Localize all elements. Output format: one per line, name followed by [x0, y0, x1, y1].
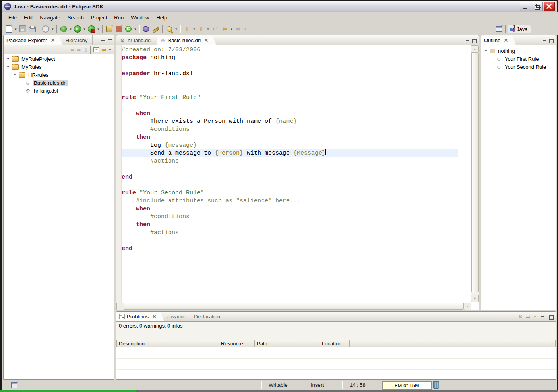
editor-tab-hr-lang-dsl[interactable]: ⚙hr-lang.dsl: [116, 35, 157, 45]
expand-icon[interactable]: +: [6, 57, 10, 61]
collapse-icon[interactable]: −: [13, 73, 17, 77]
new-drools-package-button[interactable]: ✦: [114, 24, 124, 34]
code-line[interactable]: end: [122, 173, 465, 181]
new-guvnor-resource-button[interactable]: G: [124, 24, 133, 34]
print-button[interactable]: [27, 24, 37, 34]
new-wizard-dropdown[interactable]: ▾: [14, 24, 18, 34]
collapse-icon[interactable]: −: [6, 65, 10, 69]
code-line[interactable]: #include attributes such as "salience" h…: [122, 197, 465, 205]
collapse-all-button[interactable]: −: [93, 47, 99, 52]
vscroll-thumb[interactable]: [471, 53, 479, 292]
close-button[interactable]: [544, 2, 555, 11]
column-header-resource[interactable]: Resource: [219, 340, 255, 347]
code-line[interactable]: when: [122, 110, 465, 118]
close-tab-icon[interactable]: [51, 38, 55, 42]
code-line[interactable]: expander hr-lang.dsl: [122, 70, 465, 78]
tree-item-myrules[interactable]: −MyRules: [4, 63, 114, 71]
code-line[interactable]: [122, 102, 465, 110]
code-line[interactable]: Send a message to {Person} with message …: [122, 149, 458, 157]
tree-item-hr-lang-dsl[interactable]: ⚙hr-lang.dsl: [4, 87, 114, 95]
column-header-location[interactable]: Location: [320, 340, 350, 347]
problems-table-body[interactable]: [116, 347, 556, 379]
pe-up-button[interactable]: ⇧: [83, 47, 88, 52]
menu-help[interactable]: Help: [153, 14, 170, 22]
go-up-button[interactable]: ⇧: [196, 24, 206, 34]
run-dropdown[interactable]: ▾: [82, 24, 87, 34]
pe-forward-button[interactable]: ⇨: [77, 47, 81, 52]
annotation-ruler[interactable]: [116, 45, 122, 310]
close-tab-icon[interactable]: [204, 38, 208, 42]
hscroll-thumb[interactable]: [124, 303, 464, 310]
code-line[interactable]: [122, 237, 465, 245]
tree-item-your-first-rule[interactable]: ☺Your First Rule: [481, 55, 556, 63]
minimize-view-button[interactable]: [540, 314, 545, 319]
code-line[interactable]: #conditions: [122, 126, 465, 134]
filter-button[interactable]: ⇄: [526, 314, 530, 320]
code-line[interactable]: then: [122, 134, 465, 142]
tree-item-nothing[interactable]: −nothing: [481, 47, 556, 55]
search-dropdown[interactable]: ▾: [174, 24, 178, 34]
outline-tab-outline[interactable]: Outline: [481, 35, 516, 45]
problems-tab-declaration[interactable]: Declaration: [191, 312, 225, 321]
go-up-dropdown[interactable]: ▾: [206, 24, 210, 34]
problems-tab-problems[interactable]: Problems: [116, 312, 164, 321]
code-line[interactable]: when: [122, 205, 465, 213]
code-line[interactable]: #actions: [122, 157, 465, 165]
external-tools-button[interactable]: [87, 24, 96, 34]
minimize-button[interactable]: [520, 2, 531, 11]
last-edit-dropdown[interactable]: ▾: [192, 24, 196, 34]
annotation-button[interactable]: [41, 24, 50, 34]
problems-tab-javadoc[interactable]: Javadoc: [164, 312, 191, 321]
last-edit-location-button[interactable]: ⇩: [182, 24, 192, 34]
open-perspective-button[interactable]: ✦: [494, 25, 504, 33]
run-button[interactable]: ▶: [73, 24, 82, 34]
code-line[interactable]: end: [122, 245, 465, 253]
package-explorer-tab-hierarchy[interactable]: Hierarchy: [63, 35, 93, 45]
brush-button[interactable]: [151, 24, 161, 34]
delete-marker-button[interactable]: [518, 314, 523, 319]
tree-item-your-second-rule[interactable]: ☺Your Second Rule: [481, 63, 556, 71]
link-with-editor-button[interactable]: ⇄: [102, 47, 106, 52]
back-dropdown[interactable]: ▾: [229, 24, 234, 34]
code-line[interactable]: [122, 181, 465, 189]
open-resource-button[interactable]: [141, 24, 151, 34]
menu-edit[interactable]: Edit: [20, 14, 36, 22]
garbage-collect-button[interactable]: [433, 382, 439, 389]
editor-tab-basic-rules-drl[interactable]: ☺Basic-rules.drl: [157, 35, 216, 45]
column-header-path[interactable]: Path: [255, 340, 320, 347]
tree-item-myruleproject[interactable]: +JMyRuleProject: [4, 55, 114, 63]
code-line[interactable]: [122, 165, 465, 173]
column-header-description[interactable]: Description: [116, 340, 219, 347]
code-line[interactable]: #conditions: [122, 213, 465, 221]
search-button[interactable]: [165, 24, 174, 34]
new-guvnor-dropdown[interactable]: ▾: [133, 24, 138, 34]
restore-button[interactable]: [532, 2, 543, 11]
maximize-view-button[interactable]: [107, 38, 112, 43]
code-line[interactable]: [122, 78, 465, 86]
forward-dropdown[interactable]: ▾: [243, 24, 248, 34]
minimize-view-button[interactable]: [542, 38, 547, 43]
annotation-dropdown[interactable]: ▾: [50, 24, 55, 34]
code-line[interactable]: package nothing: [122, 54, 465, 62]
menu-file[interactable]: File: [5, 14, 20, 22]
code-line[interactable]: #actions: [122, 229, 465, 237]
code-line[interactable]: Log {message}: [122, 142, 465, 149]
menu-window[interactable]: Window: [127, 14, 153, 22]
undo-nav-button[interactable]: ↩: [210, 24, 220, 34]
menu-run[interactable]: Run: [110, 14, 127, 22]
menu-search[interactable]: Search: [64, 14, 87, 22]
code-line[interactable]: rule "Your Second Rule": [122, 189, 465, 197]
pe-back-button[interactable]: ⇦: [70, 47, 74, 52]
problems-view-menu-button[interactable]: ▼: [533, 315, 537, 318]
new-wizard-button[interactable]: ✦: [4, 24, 14, 34]
pe-view-menu-button[interactable]: ▼: [108, 48, 112, 52]
maximize-view-button[interactable]: [471, 38, 477, 43]
save-button[interactable]: [18, 24, 27, 34]
collapse-icon[interactable]: −: [484, 49, 488, 53]
debug-button[interactable]: [59, 24, 68, 34]
menu-navigate[interactable]: Navigate: [36, 14, 64, 22]
scroll-left-button[interactable]: ‹: [116, 303, 124, 310]
scroll-down-button[interactable]: ∨: [471, 295, 479, 302]
debug-dropdown[interactable]: ▾: [68, 24, 73, 34]
minimize-view-button[interactable]: [101, 38, 106, 43]
